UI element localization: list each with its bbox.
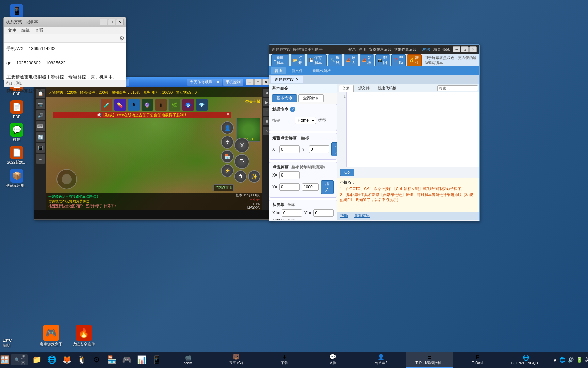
running-chenzheng[interactable]: 🌐 CHENZHENGQU...: [502, 352, 550, 368]
touch-help-icon[interactable]: ?: [290, 107, 295, 112]
pinned-phone[interactable]: 📱: [149, 352, 164, 367]
click-screen-insert-btn[interactable]: 插入: [321, 180, 334, 194]
script-android-bg-btn[interactable]: 安卓在意后台: [369, 47, 391, 52]
script-screenshot-btn[interactable]: 📷 截图: [375, 54, 390, 66]
script-help-btn[interactable]: ❓ 帮助: [391, 54, 406, 66]
running-wechat[interactable]: 💬 微信: [309, 352, 357, 368]
click-duration-input[interactable]: [302, 183, 319, 191]
running-toDesk-main[interactable]: 🖥 ToDesk远程控制...: [406, 352, 453, 368]
pinned-firefox[interactable]: 🦊: [59, 352, 74, 367]
game-char-icon-1[interactable]: 👤: [221, 121, 234, 134]
skill-1-icon[interactable]: 🧪: [100, 99, 113, 111]
temp-x-input[interactable]: [279, 145, 300, 153]
bottom-icon-gamebox[interactable]: 🎮 宝宝游戏盒子: [37, 325, 65, 347]
script-buy2-btn[interactable]: 精灵-4558: [433, 47, 450, 52]
script-publish-btn[interactable]: 📤 发布: [360, 54, 374, 66]
skill-2-icon[interactable]: 💊: [114, 99, 126, 111]
game-btn-3[interactable]: 🗡: [234, 170, 247, 183]
notepad-close-btn[interactable]: ✕: [116, 19, 124, 25]
key-select[interactable]: Home: [295, 117, 316, 124]
notepad-titlebar[interactable]: 联系方式 - 记事本 ─ □ ✕: [4, 17, 126, 27]
sidebar-keyboard-icon[interactable]: ⌨: [36, 121, 45, 131]
pinned-gamepad[interactable]: 🎮: [119, 352, 134, 367]
temp-click-insert-btn[interactable]: 插入: [331, 142, 337, 156]
emulator-minimize-btn[interactable]: ─: [246, 79, 254, 85]
skill-3-icon[interactable]: ⚗: [128, 99, 140, 111]
file-tab-1-close[interactable]: ✕: [296, 77, 299, 82]
bottom-icon-firewall[interactable]: 🔥 火绒安全软件: [70, 325, 97, 347]
game-char-icon-3[interactable]: 🏪: [221, 150, 234, 163]
script-register-btn[interactable]: 注册: [359, 47, 366, 52]
skill-7-icon[interactable]: 🧿: [182, 99, 194, 111]
notepad-minimize-btn[interactable]: ─: [100, 19, 107, 25]
script-business-btn[interactable]: 💰 营业: [407, 54, 421, 66]
pinned-files[interactable]: 📁: [29, 352, 44, 367]
skill-6-icon[interactable]: 🌿: [168, 99, 181, 111]
emulator-maximize-btn[interactable]: □: [254, 79, 262, 85]
script-login-btn[interactable]: 登录: [348, 47, 356, 52]
skill-4-icon[interactable]: 🔮: [141, 99, 153, 111]
script-maximize-btn[interactable]: □: [461, 46, 469, 52]
editor-tab-source[interactable]: 源文件: [355, 85, 373, 91]
pinned-qq[interactable]: 🐧: [74, 352, 89, 367]
sidebar-rotate-icon[interactable]: 🔄: [36, 132, 45, 142]
game-btn-2[interactable]: 🛡: [234, 154, 249, 169]
running-ocam[interactable]: 📹 ocam: [164, 352, 212, 368]
editor-tab-new[interactable]: 新建代码板: [374, 85, 400, 91]
click-y-input[interactable]: [279, 183, 300, 191]
script-code-editor[interactable]: [347, 92, 479, 167]
script-minimize-btn[interactable]: ─: [453, 46, 460, 52]
minimap-nav-btn[interactable]: 寻路点直飞: [213, 184, 234, 191]
notepad-view-menu[interactable]: 查看: [32, 27, 46, 34]
sidebar-menu-icon[interactable]: ≡: [36, 154, 45, 164]
skill-8-icon[interactable]: 💎: [196, 99, 208, 111]
script-save-btn[interactable]: 💾 保存脚本: [307, 54, 327, 66]
click-x-input[interactable]: [279, 171, 300, 179]
tray-battery-icon[interactable]: 🔋: [576, 356, 583, 363]
desktop-icon-apps[interactable]: 📦 联系应用集...: [1, 168, 32, 189]
tray-ime-icon[interactable]: 英: [584, 356, 588, 364]
script-subtab-normal[interactable]: 普通: [271, 67, 286, 74]
sidebar-camera-icon[interactable]: 📷: [36, 99, 45, 109]
script-open-btn[interactable]: 📂 打开: [291, 54, 305, 66]
cmd-tab-basic[interactable]: 基本命令: [272, 94, 297, 102]
desktop-icon-pdf2[interactable]: 📄 PDF: [1, 99, 32, 120]
script-import-btn[interactable]: 📥 导入: [344, 54, 358, 66]
desktop-icon-wechat[interactable]: 💬 微信: [1, 122, 32, 143]
slide-x1-input[interactable]: [282, 209, 302, 217]
start-button[interactable]: 🪟: [0, 352, 9, 368]
running-baobao[interactable]: 🐻 宝宝 (G:): [212, 352, 260, 368]
cmd-tab-all[interactable]: 全部命令: [298, 94, 324, 102]
game-joystick[interactable]: [56, 169, 77, 189]
game-btn-4[interactable]: ✨: [248, 170, 260, 183]
pinned-edge[interactable]: 🌐: [44, 352, 59, 367]
notepad-maximize-btn[interactable]: □: [108, 19, 115, 25]
game-btn-1[interactable]: ⚔: [234, 138, 249, 153]
game-char-icon-4[interactable]: ⚡: [221, 164, 234, 177]
skill-5-icon[interactable]: ⬆: [155, 99, 167, 111]
editor-tab-normal[interactable]: 普通: [339, 85, 354, 92]
pinned-store[interactable]: 🏪: [104, 352, 119, 367]
pinned-chart[interactable]: 📊: [134, 352, 149, 367]
notepad-edit-menu[interactable]: 编辑: [19, 27, 32, 34]
script-ios-bg-btn[interactable]: 苹果作意后台: [394, 47, 416, 52]
slide-y1-input[interactable]: [313, 209, 334, 217]
temp-y-input[interactable]: [309, 145, 329, 153]
game-alert-close[interactable]: ✕: [227, 112, 230, 117]
script-debug-btn[interactable]: 🔧 调试: [328, 54, 342, 66]
sidebar-shake-icon[interactable]: 📳: [36, 143, 45, 153]
running-download[interactable]: ⬇ 下载: [261, 352, 308, 368]
sidebar-volume-icon[interactable]: 🔊: [36, 110, 45, 120]
script-subtab-source[interactable]: 新文件: [288, 67, 307, 74]
tray-expand-icon[interactable]: ∧: [553, 356, 557, 363]
emulator-game-tab[interactable]: 帝天传奇秋风... ✕: [187, 79, 222, 86]
taskbar-search[interactable]: 🔍 晴朗 搜索: [11, 354, 28, 365]
emulator-control-tab[interactable]: 手机控制: [223, 79, 243, 86]
running-toDesk[interactable]: 🖥 ToDesk: [454, 352, 502, 368]
script-subtab-code[interactable]: 新建代码板: [308, 67, 335, 74]
running-liuyufeng[interactable]: 👤 刘裕丰2: [357, 352, 405, 368]
script-close-btn[interactable]: ✕: [469, 46, 477, 52]
help-link[interactable]: 帮助: [340, 213, 348, 219]
notepad-file-menu[interactable]: 文件: [5, 27, 19, 34]
notepad-settings-icon[interactable]: ⚙: [119, 35, 124, 42]
